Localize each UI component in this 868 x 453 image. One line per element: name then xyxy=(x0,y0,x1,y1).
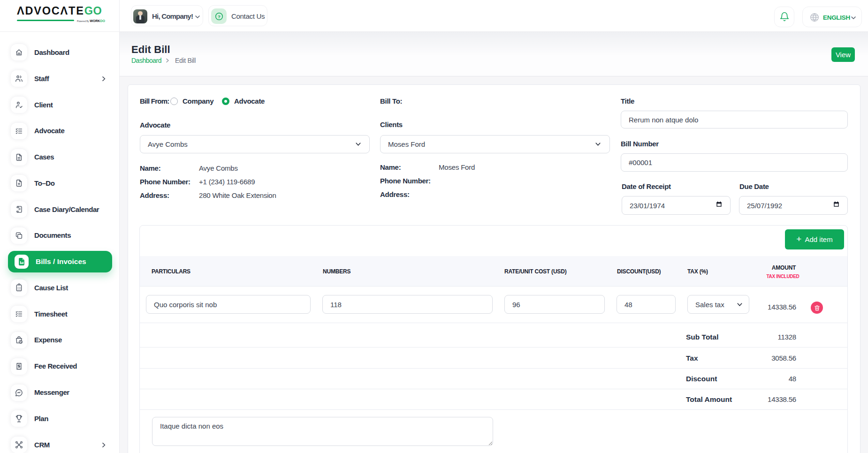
svg-text:?: ? xyxy=(218,14,221,19)
